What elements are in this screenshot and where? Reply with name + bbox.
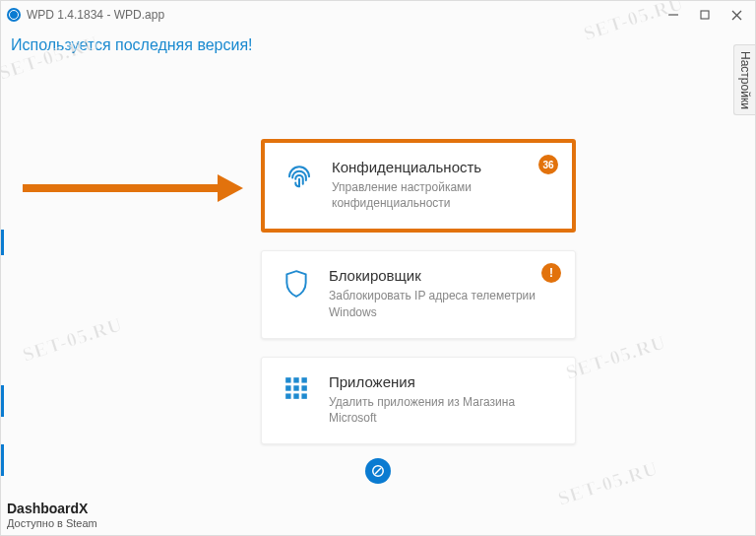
cards-column: Конфиденциальность Управление настройкам…	[261, 139, 576, 444]
svg-line-16	[375, 468, 381, 474]
card-desc: Удалить приложения из Магазина Microsoft	[329, 394, 557, 426]
app-logo-icon	[7, 8, 21, 22]
warning-badge: !	[541, 263, 561, 283]
svg-rect-6	[285, 377, 290, 382]
svg-rect-11	[301, 385, 306, 390]
close-button[interactable]	[729, 8, 743, 22]
card-text: Приложения Удалить приложения из Магазин…	[329, 373, 557, 426]
annotation-arrow-icon	[23, 170, 243, 206]
app-logo-large-icon[interactable]	[365, 458, 391, 484]
svg-rect-8	[301, 377, 306, 382]
window-controls	[666, 8, 743, 22]
minimize-button[interactable]	[666, 8, 680, 22]
card-desc: Управление настройками конфиденциальност…	[332, 179, 554, 211]
titlebar-left: WPD 1.4.1834 - WPD.app	[7, 8, 164, 22]
svg-rect-10	[293, 385, 298, 390]
main-content: Конфиденциальность Управление настройкам…	[1, 68, 755, 503]
card-text: Конфиденциальность Управление настройкам…	[332, 159, 554, 211]
maximize-button[interactable]	[698, 8, 712, 22]
svg-rect-7	[293, 377, 298, 382]
card-privacy[interactable]: Конфиденциальность Управление настройкам…	[261, 139, 576, 233]
fingerprint-icon	[283, 159, 316, 211]
sidebar-stripe	[0, 444, 4, 476]
titlebar: WPD 1.4.1834 - WPD.app	[1, 1, 755, 29]
card-blocker[interactable]: Блокировщик Заблокировать IP адреса теле…	[261, 250, 576, 338]
card-desc: Заблокировать IP адреса телеметрии Windo…	[329, 288, 557, 319]
footer-sub: Доступно в Steam	[7, 517, 97, 531]
footer: DashboardX Доступно в Steam	[7, 501, 97, 531]
svg-marker-5	[218, 174, 243, 202]
grid-apps-icon	[280, 373, 313, 426]
sidebar-stripe	[0, 385, 4, 417]
svg-rect-1	[701, 11, 709, 19]
card-apps[interactable]: Приложения Удалить приложения из Магазин…	[261, 357, 576, 444]
svg-rect-13	[293, 393, 298, 398]
svg-rect-12	[285, 393, 290, 398]
card-text: Блокировщик Заблокировать IP адреса теле…	[329, 267, 557, 319]
status-message: Используется последняя версия!	[1, 29, 755, 68]
svg-rect-9	[285, 385, 290, 390]
card-title: Конфиденциальность	[332, 159, 554, 175]
card-title: Блокировщик	[329, 267, 557, 284]
footer-brand: DashboardX	[7, 501, 97, 518]
card-title: Приложения	[329, 373, 557, 390]
svg-rect-14	[301, 393, 306, 398]
sidebar-stripe	[0, 230, 4, 255]
count-badge: 36	[538, 155, 558, 174]
shield-icon	[280, 267, 313, 319]
window-title: WPD 1.4.1834 - WPD.app	[27, 8, 164, 22]
